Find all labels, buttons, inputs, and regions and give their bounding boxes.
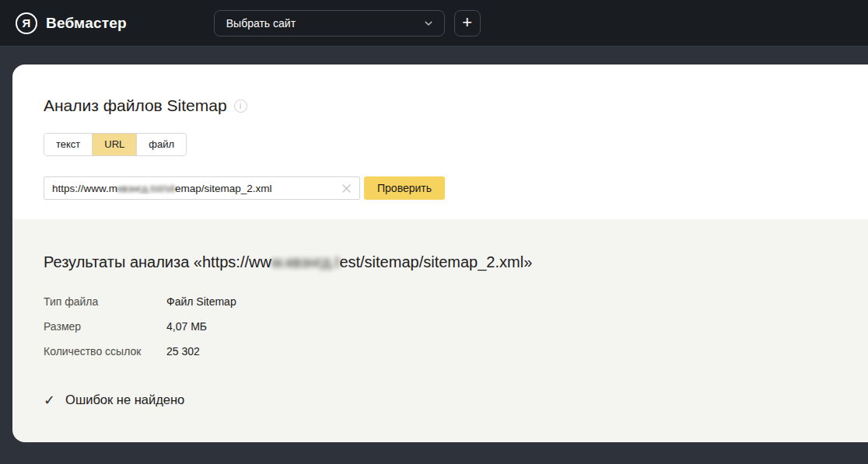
status-line: ✓ Ошибок не найдено [44,392,837,407]
add-site-button[interactable]: + [454,10,481,37]
info-icon[interactable]: i [234,99,247,113]
yandex-logo-letter: Я [23,16,31,30]
table-row: Размер 4,07 МБ [44,319,837,333]
check-button[interactable]: Проверить [364,176,445,200]
redacted-url-fragment: w.квзнгд.t [271,253,339,270]
redacted-url-fragment: квзнгд.tst/sit [117,183,175,194]
status-text: Ошибок не найдено [65,392,184,407]
row-label-size: Размер [44,319,166,333]
row-value-size: 4,07 МБ [166,319,207,333]
row-label-file-type: Тип файла [44,295,166,309]
table-row: Количество ссылок 25 302 [44,344,837,358]
site-selector-label: Выбрать сайт [226,17,296,30]
clear-input-icon[interactable] [341,183,352,194]
tab-text[interactable]: текст [44,134,92,155]
page-title: Анализ файлов Sitemap i [44,96,837,115]
analysis-results-section: Результаты анализа «https://www.квзнгд.t… [12,219,868,442]
plus-icon: + [462,14,472,31]
yandex-logo-icon[interactable]: Я [16,12,37,34]
results-table: Тип файла Файл Sitemap Размер 4,07 МБ Ко… [44,295,837,358]
results-title: Результаты анализа «https://www.квзнгд.t… [44,253,837,271]
tab-url[interactable]: URL [92,134,136,155]
page-title-text: Анализ файлов Sitemap [44,96,227,115]
row-value-file-type: Файл Sitemap [166,295,236,309]
url-input-row: https://www.mквзнгд.tst/sitemap/sitemap_… [44,176,837,200]
chevron-down-icon [423,18,434,29]
table-row: Тип файла Файл Sitemap [44,295,837,309]
sitemap-url-value: https://www.mквзнгд.tst/sitemap/sitemap_… [52,183,334,194]
sitemap-url-input[interactable]: https://www.mквзнгд.tst/sitemap/sitemap_… [44,176,360,200]
app-header: Я Вебмастер Выбрать сайт + [0,0,868,47]
site-selector-dropdown[interactable]: Выбрать сайт [214,10,445,37]
analysis-form-section: Анализ файлов Sitemap i текст URL файл h… [12,65,868,219]
checkmark-icon: ✓ [44,393,55,407]
sitemap-analysis-card: Анализ файлов Sitemap i текст URL файл h… [12,65,868,442]
row-label-links-count: Количество ссылок [44,344,166,358]
row-value-links-count: 25 302 [166,344,200,358]
tab-file[interactable]: файл [136,134,186,155]
app-title[interactable]: Вебмастер [46,15,127,32]
input-mode-tabs: текст URL файл [44,133,187,156]
